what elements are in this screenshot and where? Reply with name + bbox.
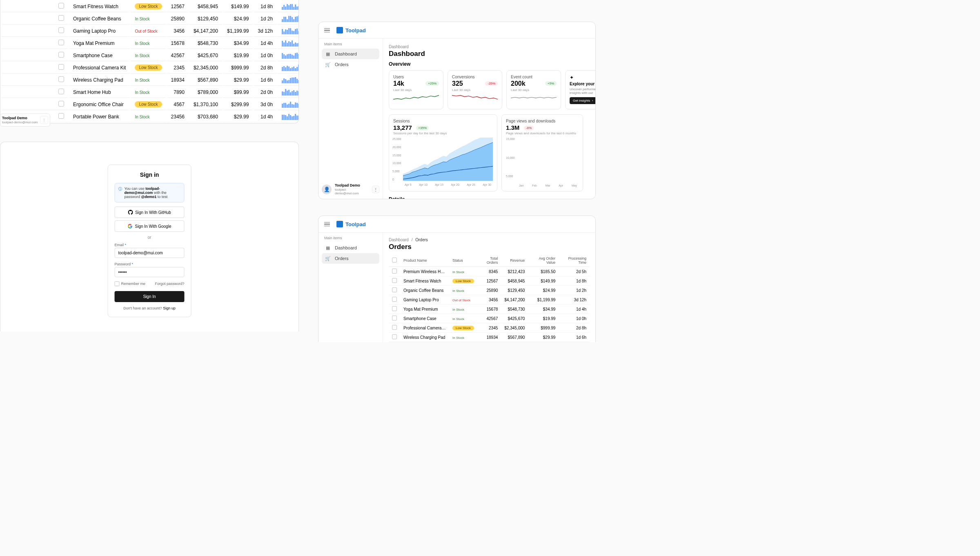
dashboard-panel: Toolpad Main items ▦ Dashboard 🛒 Orders …	[318, 22, 596, 199]
table-row[interactable]: Wireless Charging Pad In Stock 18934 $56…	[389, 333, 590, 342]
account-chip: Toolpad Demo toolpad-demo@mui.com ⋮	[0, 113, 50, 127]
account-menu-button[interactable]: ⋮	[40, 116, 48, 124]
trend-chip: +25%	[425, 81, 439, 86]
row-checkbox[interactable]	[58, 113, 64, 119]
row-checkbox[interactable]	[58, 52, 64, 58]
password-label: Password *	[115, 262, 185, 266]
table-row[interactable]: Gaming Laptop Pro Out of Stock 3456 $4,1…	[1, 25, 299, 37]
menu-toggle-icon[interactable]	[324, 220, 332, 228]
sidebar-item-orders[interactable]: 🛒 Orders	[322, 59, 379, 70]
sparkline	[278, 99, 299, 110]
row-checkbox[interactable]	[392, 287, 397, 292]
row-checkbox[interactable]	[392, 306, 397, 311]
brand-icon	[336, 221, 343, 227]
row-checkbox[interactable]	[58, 15, 64, 21]
orders-main: Dashboard / Orders Orders Product Name S…	[383, 233, 595, 342]
row-checkbox[interactable]	[58, 89, 64, 94]
get-insights-button[interactable]: Get insights ›	[570, 97, 595, 104]
table-row[interactable]: Professional Camera Kit Low Stock 2345 $…	[389, 323, 590, 333]
row-checkbox[interactable]	[58, 3, 64, 9]
sparkline	[278, 50, 299, 61]
orders-table: Product Name Status Total Orders Revenue…	[389, 254, 590, 342]
brand-name: Toolpad	[345, 27, 366, 33]
table-row[interactable]: Yoga Mat Premium In Stock 15678 $548,730…	[1, 38, 299, 49]
row-checkbox[interactable]	[58, 27, 64, 33]
page-title: Orders	[389, 243, 590, 251]
table-row[interactable]: Ergonomic Office Chair Low Stock 4567 $1…	[1, 99, 299, 110]
brand: Toolpad	[336, 221, 366, 227]
github-icon	[128, 210, 133, 215]
signin-button[interactable]: Sign In	[115, 291, 185, 302]
sparkline	[278, 38, 299, 49]
dashboard-icon: ▦	[325, 245, 331, 251]
table-row[interactable]: Smartphone Case In Stock 42567 $425,670 …	[389, 314, 590, 323]
table-row[interactable]: Smart Fitness Watch Low Stock 12567 $458…	[1, 1, 299, 12]
stat-cards: Users 14k Last 30 days +25% Conversions …	[389, 70, 590, 109]
dashboard-icon: ▦	[325, 51, 331, 57]
table-row[interactable]: Smart Fitness Watch Low Stock 12567 $458…	[389, 276, 590, 286]
row-checkbox[interactable]	[58, 64, 64, 70]
google-signin-button[interactable]: Sign In With Google	[115, 220, 185, 232]
stat-card: Users 14k Last 30 days +25%	[389, 70, 443, 109]
table-row[interactable]: Organic Coffee Beans In Stock 25890 $129…	[389, 286, 590, 295]
menu-toggle-icon[interactable]	[324, 26, 332, 34]
table-row[interactable]: Organic Coffee Beans In Stock 25890 $129…	[1, 13, 299, 24]
github-signin-button[interactable]: Sign In With GitHub	[115, 207, 185, 218]
row-checkbox[interactable]	[58, 101, 64, 107]
table-row[interactable]: Yoga Mat Premium In Stock 15678 $548,730…	[389, 305, 590, 314]
sidebar-item-orders[interactable]: 🛒 Orders	[322, 253, 379, 264]
table-row[interactable]: Wireless Charging Pad In Stock 18934 $56…	[1, 74, 299, 86]
table-row[interactable]: Smart Home Hub In Stock 7890 $789,000 $9…	[1, 87, 299, 98]
sparkline	[278, 62, 299, 73]
table-row[interactable]: Smart Home Hub In Stock 7890 $789,000 $9…	[389, 342, 590, 342]
page-title: Dashboard	[389, 50, 590, 58]
signin-info: ⓘ You can use toolpad-demo@mui.com with …	[115, 183, 185, 202]
sidebar-account: 👤 Toolpad Demo toolpad-demo@mui.com ⋮	[322, 183, 379, 196]
stat-card: Conversions 325 Last 30 days -25%	[448, 70, 502, 109]
table-row[interactable]: Professional Camera Kit Low Stock 2345 $…	[1, 62, 299, 73]
dashboard-main: Dashboard Dashboard Overview Users 14k L…	[383, 39, 595, 199]
remember-me[interactable]: Remember me	[115, 281, 146, 286]
appbar: Toolpad	[318, 22, 595, 39]
row-checkbox[interactable]	[392, 297, 397, 302]
table-row[interactable]: Smartphone Case In Stock 42567 $425,670 …	[1, 50, 299, 61]
row-checkbox[interactable]	[58, 76, 64, 82]
sidebar-heading: Main items	[322, 42, 379, 46]
explore-card: ✦ Explore your data Uncover performance …	[565, 70, 595, 109]
signup-row: Don't have an account? Sign up	[115, 306, 185, 310]
table-row[interactable]: Gaming Laptop Pro Out of Stock 3456 $4,1…	[389, 295, 590, 305]
signup-link[interactable]: Sign up	[163, 306, 176, 310]
or-divider: or	[115, 235, 185, 240]
sidebar: Main items ▦ Dashboard 🛒 Orders	[318, 233, 383, 342]
stat-card: Event count 200k Last 30 days +5%	[506, 70, 561, 109]
sparkline	[278, 87, 299, 98]
sidebar-item-dashboard[interactable]: ▦ Dashboard	[322, 49, 379, 59]
sparkline	[511, 94, 557, 105]
row-checkbox[interactable]	[392, 325, 397, 330]
row-checkbox[interactable]	[392, 278, 397, 283]
breadcrumb: Dashboard	[389, 44, 590, 49]
password-field[interactable]	[115, 267, 185, 277]
email-label: Email *	[115, 243, 185, 247]
sidebar-item-dashboard[interactable]: ▦ Dashboard	[322, 242, 379, 253]
row-checkbox[interactable]	[58, 40, 64, 45]
brand-icon	[336, 27, 343, 33]
row-checkbox[interactable]	[392, 334, 397, 339]
sparkline	[278, 25, 299, 37]
sparkline	[278, 1, 299, 12]
row-checkbox[interactable]	[392, 316, 397, 320]
row-checkbox[interactable]	[392, 269, 397, 274]
forgot-password-link[interactable]: Forgot password?	[155, 282, 184, 286]
breadcrumb: Dashboard / Orders	[389, 238, 590, 242]
avatar: 👤	[322, 185, 332, 194]
sparkline	[278, 111, 299, 122]
account-menu-button[interactable]: ⋮	[372, 186, 379, 193]
overview-heading: Overview	[389, 61, 590, 67]
cart-icon: 🛒	[325, 256, 331, 261]
table-row[interactable]: Premium Wireless Headpho... In Stock 834…	[389, 267, 590, 276]
sparkline	[452, 94, 498, 105]
select-all-checkbox[interactable]	[392, 258, 397, 262]
sparkline	[393, 94, 439, 105]
email-field[interactable]	[115, 248, 185, 258]
breadcrumb-dashboard[interactable]: Dashboard	[389, 238, 409, 242]
